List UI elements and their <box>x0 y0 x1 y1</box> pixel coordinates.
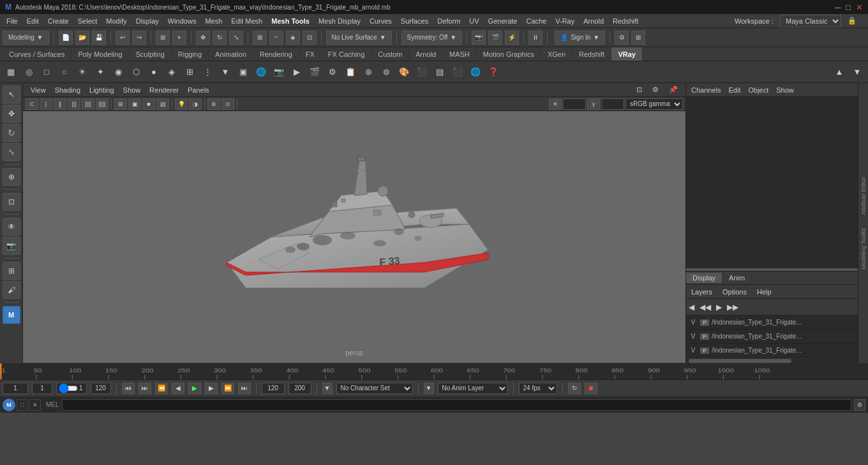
toolbar-scroll-up[interactable]: ▲ <box>831 64 848 80</box>
layer-row-2[interactable]: V P /Indonesian_Type_31_Frigate... <box>686 330 858 344</box>
gamma-value-input[interactable]: 1.00 <box>601 98 624 110</box>
vray-tool-4[interactable]: ○ <box>56 64 73 80</box>
vray-tool-2[interactable]: ◎ <box>20 64 37 80</box>
vp-gamma-icon[interactable]: γ <box>587 98 600 110</box>
vp-cam2[interactable]: ‖ <box>54 98 66 110</box>
workspace-dropdown[interactable]: Maya Classic <box>780 15 841 27</box>
menu-create[interactable]: Create <box>44 16 73 26</box>
vray-tool-16[interactable]: 📷 <box>271 64 287 80</box>
tab-xgen[interactable]: XGen <box>541 47 572 61</box>
close-button[interactable]: ✕ <box>856 3 863 12</box>
tab-redshift[interactable]: Redshift <box>572 47 611 61</box>
channel-header-channels[interactable]: Channels <box>691 86 721 94</box>
mode-dropdown[interactable]: Modeling ▼ <box>3 31 49 45</box>
vray-tool-3[interactable]: □ <box>38 64 55 80</box>
layer-row-3[interactable]: V P /Indonesian_Type_31_Frigate... <box>686 344 858 358</box>
menu-redshift[interactable]: Redshift <box>609 16 642 26</box>
tab-display[interactable]: Display <box>686 273 722 283</box>
prev-key-button[interactable]: ⏭ <box>138 383 151 394</box>
layer-layers[interactable]: Layers <box>691 288 712 296</box>
menu-modify[interactable]: Modify <box>102 16 130 26</box>
menu-uv[interactable]: UV <box>465 16 483 26</box>
current-frame-input[interactable]: 1 <box>3 383 28 394</box>
rotate-tool-button[interactable]: ↻ <box>213 31 227 45</box>
snap-point-button[interactable]: ◈ <box>286 31 300 45</box>
step-back-button[interactable]: ◀ <box>172 383 184 394</box>
vp-menu-shading[interactable]: Shading <box>51 85 84 95</box>
layer-help[interactable]: Help <box>757 288 772 296</box>
channel-header-show[interactable]: Show <box>776 86 794 94</box>
vp-wire-btn[interactable]: ▣ <box>128 98 141 110</box>
layer-next2-icon[interactable]: ▶▶ <box>727 303 738 312</box>
layer-options[interactable]: Options <box>722 288 747 296</box>
vray-tool-8[interactable]: ⬡ <box>128 64 144 80</box>
select-tool[interactable]: ↖ <box>3 86 20 103</box>
menu-select[interactable]: Select <box>74 16 101 26</box>
vp-solid-btn[interactable]: ■ <box>142 98 155 110</box>
channel-header-object[interactable]: Object <box>748 86 768 94</box>
vp-menu-view[interactable]: View <box>27 85 50 95</box>
vray-tool-14[interactable]: ▣ <box>235 64 251 80</box>
menu-curves[interactable]: Curves <box>366 16 396 26</box>
ipr-button[interactable]: ⚡ <box>505 31 519 45</box>
vp-shadow-btn[interactable]: ◑ <box>189 98 202 110</box>
timeline-ruler[interactable]: 1 50 100 150 200 250 300 350 400 450 500… <box>0 363 868 379</box>
toolbar-scroll-down[interactable]: ▼ <box>849 64 865 80</box>
save-scene-button[interactable]: 💾 <box>92 31 106 45</box>
tab-anim[interactable]: Anim <box>722 273 752 283</box>
tab-mash[interactable]: MASH <box>443 47 477 61</box>
menu-generate[interactable]: Generate <box>484 16 521 26</box>
vray-tool-18[interactable]: 🎬 <box>306 64 323 80</box>
tab-fx-caching[interactable]: FX Caching <box>322 47 371 61</box>
loop-button[interactable]: ↻ <box>568 383 581 394</box>
live-surface-dropdown[interactable]: No Live Surface ▼ <box>326 31 392 45</box>
snap-grid-button[interactable]: ⊞ <box>253 31 267 45</box>
camera-button[interactable]: 📷 <box>472 31 486 45</box>
move-tool[interactable]: ✥ <box>3 105 20 123</box>
range-max-input[interactable]: 120 <box>91 383 111 394</box>
range-start-input[interactable]: 1 <box>32 383 52 394</box>
vray-tool-15[interactable]: 🌐 <box>253 64 269 80</box>
vp-grid-btn[interactable]: ⊞ <box>114 98 127 110</box>
menu-mesh-display[interactable]: Mesh Display <box>315 16 364 26</box>
vp-tex-btn[interactable]: ▤ <box>156 98 169 110</box>
vray-tool-10[interactable]: ◈ <box>163 64 180 80</box>
vp-cam3[interactable]: ||| <box>68 98 80 110</box>
vray-tool-19[interactable]: ⚙ <box>324 64 341 80</box>
vp-menu-show[interactable]: Show <box>119 85 145 95</box>
vray-tool-23[interactable]: 🎨 <box>396 64 412 80</box>
character-set-dropdown[interactable]: No Character Set <box>336 383 413 394</box>
vp-cam4[interactable]: |||| <box>82 98 94 110</box>
go-prev-button[interactable]: ⏪ <box>155 383 168 394</box>
menu-deform[interactable]: Deform <box>433 16 464 26</box>
menu-edit[interactable]: Edit <box>23 16 43 26</box>
anim-layer-arrow[interactable]: ▼ <box>424 383 434 394</box>
layer-scrollbar[interactable] <box>689 359 791 363</box>
select-tool-button[interactable]: ⊞ <box>156 31 170 45</box>
gamma-exposure-input[interactable]: 0.00 <box>563 98 586 110</box>
vray-tool-20[interactable]: 📋 <box>342 64 359 80</box>
new-scene-button[interactable]: 📄 <box>59 31 73 45</box>
menu-vray[interactable]: V-Ray <box>551 16 578 26</box>
tab-rendering[interactable]: Rendering <box>253 47 299 61</box>
tab-motion-graphics[interactable]: Motion Graphics <box>477 47 541 61</box>
play-forward-button[interactable]: ▶ <box>188 383 201 394</box>
vp-menu-renderer[interactable]: Renderer <box>146 85 183 95</box>
go-next-button[interactable]: ⏩ <box>221 383 234 394</box>
tab-fx[interactable]: FX <box>299 47 322 61</box>
tab-animation[interactable]: Animation <box>209 47 253 61</box>
tab-rigging[interactable]: Rigging <box>172 47 209 61</box>
symmetry-dropdown[interactable]: Symmetry: Off ▼ <box>401 31 463 45</box>
layer-visibility-1[interactable]: V <box>689 319 698 326</box>
vray-tool-21[interactable]: ⊛ <box>360 64 377 80</box>
auto-key-button[interactable]: ⏺ <box>585 383 597 394</box>
snap-curve-button[interactable]: ~ <box>269 31 283 45</box>
vp-cam5[interactable]: ||||| <box>96 98 108 110</box>
layer-prev-icon[interactable]: ◀ <box>689 303 694 312</box>
menu-mesh-tools[interactable]: Mesh Tools <box>267 16 313 26</box>
vray-tool-28[interactable]: ❓ <box>485 64 502 80</box>
vray-tool-27[interactable]: 🌐 <box>467 64 484 80</box>
render-button[interactable]: 🎬 <box>488 31 502 45</box>
gamma-mode-dropdown[interactable]: sRGB gamma <box>625 98 683 110</box>
vp-light-btn[interactable]: 💡 <box>175 98 188 110</box>
